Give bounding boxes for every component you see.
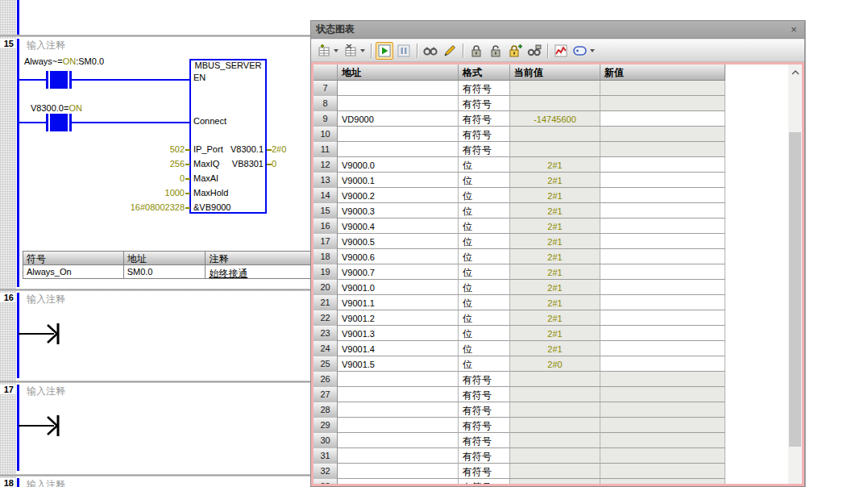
address-cell[interactable]	[338, 402, 459, 418]
close-icon[interactable]: ×	[787, 23, 801, 35]
address-cell[interactable]	[338, 464, 459, 479]
format-cell[interactable]: 位	[459, 219, 510, 234]
format-cell[interactable]: 有符号	[459, 372, 510, 387]
operand-maxhold[interactable]: 1000	[104, 188, 185, 198]
new-value-cell[interactable]	[600, 326, 725, 341]
format-cell[interactable]: 位	[459, 264, 510, 280]
write-all-button[interactable]	[441, 42, 459, 60]
row-number[interactable]: 33	[314, 479, 338, 486]
pause-status-button[interactable]	[395, 42, 413, 60]
new-value-cell[interactable]	[600, 433, 725, 448]
format-cell[interactable]: 位	[459, 326, 510, 341]
network-15-comment[interactable]: 输入注释	[27, 39, 65, 52]
address-cell[interactable]: V9001.3	[338, 326, 459, 341]
address-cell[interactable]: VD9000	[338, 111, 459, 127]
new-value-cell[interactable]	[600, 387, 725, 402]
address-cell[interactable]: V9000.0	[338, 157, 459, 173]
row-number[interactable]: 16	[314, 219, 338, 234]
format-cell[interactable]: 有符号	[459, 142, 510, 157]
format-cell[interactable]: 位	[459, 188, 510, 203]
insert-chart-button[interactable]	[315, 42, 333, 60]
format-cell[interactable]: 有符号	[459, 464, 510, 479]
row-number[interactable]: 31	[314, 448, 338, 464]
operand-vb9000[interactable]: 16#08002328	[104, 202, 185, 212]
new-value-cell[interactable]	[600, 372, 725, 387]
row-number[interactable]: 14	[314, 188, 338, 203]
new-value-cell[interactable]	[600, 81, 725, 96]
format-cell[interactable]: 有符号	[459, 127, 510, 142]
network-16-comment[interactable]: 输入注释	[27, 293, 65, 306]
force-button[interactable]	[467, 42, 485, 60]
row-number[interactable]: 28	[314, 402, 338, 418]
scroll-up-icon[interactable]	[788, 66, 802, 78]
vertical-scrollbar[interactable]	[788, 65, 802, 484]
new-value-cell[interactable]	[600, 173, 725, 188]
new-value-cell[interactable]	[600, 111, 725, 127]
address-cell[interactable]: V9001.0	[338, 280, 459, 295]
row-number[interactable]: 29	[314, 418, 338, 433]
format-cell[interactable]: 有符号	[459, 433, 510, 448]
address-cell[interactable]: V9000.1	[338, 173, 459, 188]
row-number[interactable]: 13	[314, 173, 338, 188]
chevron-down-icon[interactable]	[590, 49, 595, 52]
bookmark-button[interactable]	[571, 42, 589, 60]
row-number[interactable]: 23	[314, 326, 338, 341]
format-cell[interactable]: 位	[459, 157, 510, 173]
new-value-cell[interactable]	[600, 157, 725, 173]
address-cell[interactable]: V9001.2	[338, 310, 459, 326]
scrollbar-thumb[interactable]	[789, 132, 801, 447]
new-value-cell[interactable]	[600, 219, 725, 234]
unforce-button[interactable]	[487, 42, 505, 60]
row-number[interactable]: 22	[314, 310, 338, 326]
new-value-cell[interactable]	[600, 264, 725, 280]
operand-maxiq[interactable]: 256	[104, 159, 185, 169]
address-cell[interactable]	[338, 372, 459, 387]
new-value-cell[interactable]	[600, 418, 725, 433]
row-number[interactable]: 20	[314, 280, 338, 295]
new-value-cell[interactable]	[600, 142, 725, 157]
new-value-column-header[interactable]: 新值	[600, 65, 725, 81]
new-value-cell[interactable]	[600, 188, 725, 203]
new-value-cell[interactable]	[600, 341, 725, 356]
new-value-cell[interactable]	[600, 448, 725, 464]
open-branch-arrow-icon[interactable]	[19, 414, 64, 437]
operand-maxai[interactable]: 0	[104, 173, 185, 183]
address-column-header[interactable]: 地址	[338, 65, 459, 81]
row-number[interactable]: 8	[314, 96, 338, 111]
format-cell[interactable]: 有符号	[459, 418, 510, 433]
contact-2-energized[interactable]	[50, 114, 68, 131]
address-cell[interactable]	[338, 479, 459, 486]
chevron-down-icon[interactable]	[360, 49, 365, 52]
address-cell[interactable]	[338, 448, 459, 464]
contact-1[interactable]	[46, 71, 48, 89]
address-cell[interactable]: V9000.2	[338, 188, 459, 203]
new-value-cell[interactable]	[600, 234, 725, 249]
new-value-cell[interactable]	[600, 280, 725, 295]
address-cell[interactable]	[338, 142, 459, 157]
chevron-down-icon[interactable]	[334, 49, 338, 52]
row-number[interactable]: 19	[314, 264, 338, 280]
new-value-cell[interactable]	[600, 96, 725, 111]
row-number[interactable]: 21	[314, 295, 338, 310]
address-cell[interactable]	[338, 433, 459, 448]
new-value-cell[interactable]	[600, 356, 725, 372]
format-cell[interactable]: 有符号	[459, 479, 510, 486]
new-value-cell[interactable]	[600, 127, 725, 142]
new-value-cell[interactable]	[600, 249, 725, 264]
row-number[interactable]: 15	[314, 203, 338, 219]
row-number[interactable]: 17	[314, 234, 338, 249]
operand-ip-port[interactable]: 502	[104, 144, 185, 154]
unforce-all-button[interactable]	[506, 42, 524, 60]
row-number[interactable]: 9	[314, 111, 338, 127]
format-cell[interactable]: 位	[459, 234, 510, 249]
address-cell[interactable]	[338, 387, 459, 402]
delete-chart-button[interactable]	[342, 42, 359, 60]
current-value-column-header[interactable]: 当前值	[510, 65, 600, 81]
format-cell[interactable]: 位	[459, 203, 510, 219]
format-cell[interactable]: 位	[459, 341, 510, 356]
row-number[interactable]: 10	[314, 127, 338, 142]
new-value-cell[interactable]	[600, 464, 725, 479]
new-value-cell[interactable]	[600, 295, 725, 310]
address-cell[interactable]: V9001.5	[338, 356, 459, 372]
format-cell[interactable]: 有符号	[459, 448, 510, 464]
